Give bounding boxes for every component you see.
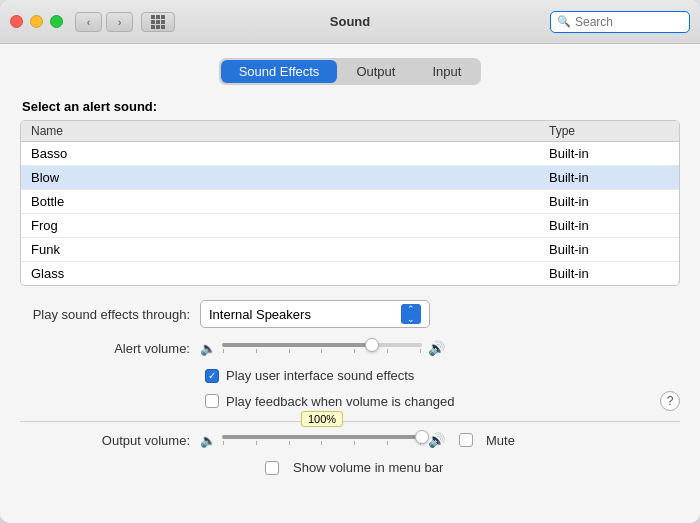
- output-volume-row: Output volume: 🔈 100% 🔊: [20, 432, 680, 448]
- alert-volume-row: Alert volume: 🔈 🔊: [20, 340, 680, 356]
- output-slider-track: [222, 435, 422, 439]
- sound-type: Built-in: [549, 170, 669, 185]
- output-slider-ticks: [222, 441, 422, 445]
- output-volume-tooltip: 100%: [301, 411, 343, 427]
- sound-type: Built-in: [549, 266, 669, 281]
- show-menubar-label: Show volume in menu bar: [293, 460, 443, 475]
- slider-thumb[interactable]: [365, 338, 379, 352]
- forward-button[interactable]: ›: [106, 12, 133, 32]
- search-input[interactable]: [575, 15, 683, 29]
- feedback-checkbox[interactable]: [205, 394, 219, 408]
- mute-container: Mute: [459, 433, 515, 448]
- output-volume-label: Output volume:: [20, 433, 190, 448]
- alert-sound-label: Select an alert sound:: [22, 99, 680, 114]
- output-slider-fill: [222, 435, 422, 439]
- sound-name: Blow: [31, 170, 549, 185]
- grid-icon: [151, 15, 165, 29]
- ui-effects-label: Play user interface sound effects: [226, 368, 414, 383]
- show-menubar-row: Show volume in menu bar: [265, 460, 680, 475]
- play-through-row: Play sound effects through: Internal Spe…: [20, 300, 680, 328]
- feedback-label: Play feedback when volume is changed: [226, 394, 454, 409]
- table-row[interactable]: Bottle Built-in: [21, 190, 679, 214]
- sound-table: Name Type Basso Built-in Blow Built-in B…: [20, 120, 680, 286]
- table-row[interactable]: Glass Built-in: [21, 262, 679, 285]
- slider-ticks: [222, 349, 422, 353]
- minimize-button[interactable]: [30, 15, 43, 28]
- window-title: Sound: [330, 14, 370, 29]
- sound-name: Basso: [31, 146, 549, 161]
- table-row[interactable]: Blow Built-in: [21, 166, 679, 190]
- slider-fill: [222, 343, 372, 347]
- output-volume-low-icon: 🔈: [200, 433, 216, 448]
- grid-button[interactable]: [141, 12, 175, 32]
- alert-volume-slider[interactable]: [222, 343, 422, 353]
- tabs-row: Sound Effects Output Input: [20, 58, 680, 85]
- back-button[interactable]: ‹: [75, 12, 102, 32]
- output-volume-slider[interactable]: 100%: [222, 435, 422, 445]
- feedback-row: Play feedback when volume is changed ?: [205, 391, 680, 411]
- volume-low-icon: 🔈: [200, 341, 216, 356]
- show-menubar-checkbox[interactable]: [265, 461, 279, 475]
- nav-buttons: ‹ ›: [75, 12, 133, 32]
- content-area: Sound Effects Output Input Select an ale…: [0, 44, 700, 523]
- tab-sound-effects[interactable]: Sound Effects: [221, 60, 338, 83]
- sound-type: Built-in: [549, 194, 669, 209]
- search-box[interactable]: 🔍: [550, 11, 690, 33]
- titlebar: ‹ › Sound 🔍: [0, 0, 700, 44]
- mute-checkbox[interactable]: [459, 433, 473, 447]
- col-type: Type: [549, 124, 669, 138]
- play-through-dropdown[interactable]: Internal Speakers ⌃⌄: [200, 300, 430, 328]
- sound-name: Glass: [31, 266, 549, 281]
- divider: [20, 421, 680, 422]
- tab-output[interactable]: Output: [338, 60, 413, 83]
- output-volume-slider-container: 🔈 100% 🔊 Mute: [200, 432, 515, 448]
- table-row[interactable]: Frog Built-in: [21, 214, 679, 238]
- col-name: Name: [31, 124, 549, 138]
- dropdown-arrow-icon: ⌃⌄: [401, 304, 421, 324]
- sound-type: Built-in: [549, 218, 669, 233]
- ui-effects-row: Play user interface sound effects: [205, 368, 680, 383]
- dropdown-value: Internal Speakers: [209, 307, 401, 322]
- sound-name: Bottle: [31, 194, 549, 209]
- close-button[interactable]: [10, 15, 23, 28]
- mute-label: Mute: [486, 433, 515, 448]
- maximize-button[interactable]: [50, 15, 63, 28]
- alert-volume-slider-container: 🔈 🔊: [200, 340, 445, 356]
- search-icon: 🔍: [557, 15, 571, 28]
- play-through-label: Play sound effects through:: [20, 307, 190, 322]
- help-button[interactable]: ?: [660, 391, 680, 411]
- tabs-container: Sound Effects Output Input: [219, 58, 482, 85]
- traffic-lights: [10, 15, 63, 28]
- sound-type: Built-in: [549, 146, 669, 161]
- ui-effects-checkbox[interactable]: [205, 369, 219, 383]
- slider-track: [222, 343, 422, 347]
- table-row[interactable]: Funk Built-in: [21, 238, 679, 262]
- alert-volume-label: Alert volume:: [20, 341, 190, 356]
- main-window: ‹ › Sound 🔍 Sound Effects Output Input: [0, 0, 700, 523]
- volume-high-icon: 🔊: [428, 340, 445, 356]
- output-volume-high-icon: 🔊: [428, 432, 445, 448]
- table-row[interactable]: Basso Built-in: [21, 142, 679, 166]
- tab-input[interactable]: Input: [414, 60, 479, 83]
- sound-name: Funk: [31, 242, 549, 257]
- table-header: Name Type: [21, 121, 679, 142]
- output-slider-thumb[interactable]: [415, 430, 429, 444]
- sound-type: Built-in: [549, 242, 669, 257]
- sound-name: Frog: [31, 218, 549, 233]
